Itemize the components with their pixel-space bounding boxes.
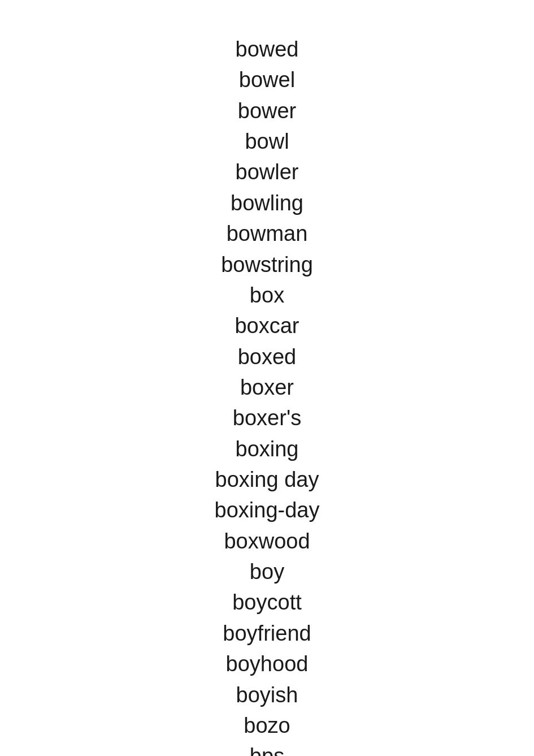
list-item: bowel xyxy=(239,64,295,95)
list-item: boxwood xyxy=(224,526,310,556)
list-item: boyhood xyxy=(226,649,309,679)
list-item: boxer's xyxy=(233,403,301,433)
list-item: boxed xyxy=(238,342,297,372)
list-item: bowstring xyxy=(221,249,313,280)
list-item: boxing day xyxy=(215,464,319,495)
list-item: boyish xyxy=(236,680,298,710)
list-item: bowler xyxy=(236,157,299,187)
list-item: bowman xyxy=(227,218,308,249)
list-item: boy xyxy=(250,556,284,587)
word-list: bowedbowelbowerbowlbowlerbowlingbowmanbo… xyxy=(0,34,534,756)
list-item: boycott xyxy=(232,587,302,617)
list-item: bower xyxy=(238,96,297,126)
list-item: boxing xyxy=(236,434,299,464)
list-item: bowed xyxy=(236,34,299,64)
list-item: bps xyxy=(250,741,284,756)
list-item: bowling xyxy=(231,188,303,218)
list-item: boyfriend xyxy=(223,618,311,649)
list-item: boxing-day xyxy=(215,495,320,525)
list-item: boxer xyxy=(240,372,294,403)
list-item: bozo xyxy=(244,710,290,741)
page-container: bowedbowelbowerbowlbowlerbowlingbowmanbo… xyxy=(0,0,534,756)
list-item: box xyxy=(250,280,284,310)
list-item: boxcar xyxy=(235,310,299,341)
list-item: bowl xyxy=(245,126,289,157)
